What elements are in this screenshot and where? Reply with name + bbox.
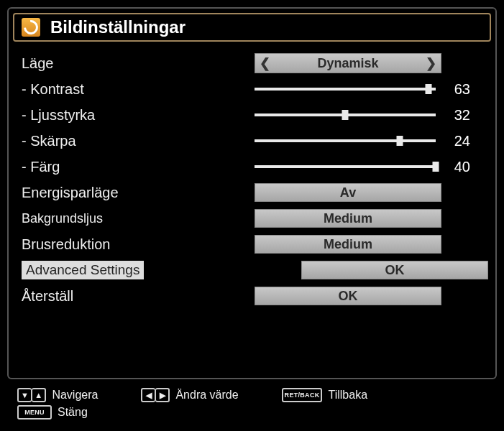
- chevron-right-icon[interactable]: ❯: [426, 55, 436, 71]
- slider-color-wrap: 40: [255, 159, 470, 175]
- label-reset: Återställ: [17, 288, 255, 305]
- nav-up-down-icon: ▼▲: [17, 388, 46, 402]
- nav-left-right-icon: ◀▶: [141, 388, 170, 402]
- panel-title: Bildinställningar: [50, 17, 185, 37]
- hint-navigate: ▼▲ Navigera: [17, 388, 98, 402]
- slider-brightness[interactable]: [255, 113, 436, 116]
- footer-hints: ▼▲ Navigera ◀▶ Ändra värde RET/BACK Till…: [17, 388, 492, 422]
- retback-key-icon: RET/BACK: [282, 388, 323, 402]
- value-noise[interactable]: Medium: [255, 235, 441, 254]
- slider-sharpness[interactable]: [255, 139, 436, 142]
- mode-selector[interactable]: ❮ Dynamisk ❯: [255, 53, 441, 73]
- label-color: - Färg: [17, 159, 255, 175]
- slider-contrast[interactable]: [255, 88, 436, 91]
- value-advanced[interactable]: OK: [301, 261, 488, 279]
- hint-change-label: Ändra värde: [175, 389, 238, 402]
- hint-back-label: Tillbaka: [328, 389, 367, 402]
- mode-value: Dynamisk: [270, 56, 426, 71]
- row-color[interactable]: - Färg 40: [17, 154, 488, 180]
- value-sharpness: 24: [444, 133, 470, 149]
- label-mode: Läge: [17, 55, 255, 72]
- value-color: 40: [444, 159, 470, 175]
- slider-sharpness-wrap: 24: [255, 133, 470, 149]
- label-brightness: - Ljusstyrka: [17, 107, 255, 124]
- label-noise: Brusreduktion: [17, 236, 255, 253]
- label-backlight: Bakgrundsljus: [17, 211, 255, 226]
- panel-header: Bildinställningar: [13, 13, 491, 42]
- value-reset[interactable]: OK: [255, 287, 441, 305]
- row-brightness[interactable]: - Ljusstyrka 32: [17, 102, 488, 128]
- menu-key-icon: MENU: [17, 405, 52, 420]
- chevron-left-icon[interactable]: ❮: [260, 55, 270, 71]
- value-brightness: 32: [444, 107, 470, 124]
- settings-list: Läge ❮ Dynamisk ❯ - Kontrast 63 - Ljusst…: [17, 50, 488, 309]
- row-noise[interactable]: Brusreduktion Medium: [17, 231, 488, 257]
- hint-change: ◀▶ Ändra värde: [141, 388, 238, 402]
- hint-close: MENU Stäng: [17, 405, 88, 420]
- hint-back: RET/BACK Tillbaka: [282, 388, 367, 402]
- label-energy: Energisparläge: [17, 185, 255, 201]
- row-contrast[interactable]: - Kontrast 63: [17, 76, 488, 102]
- slider-brightness-wrap: 32: [255, 107, 470, 124]
- label-contrast: - Kontrast: [17, 81, 255, 98]
- value-energy[interactable]: Av: [255, 183, 441, 202]
- value-backlight[interactable]: Medium: [255, 209, 441, 228]
- label-sharpness: - Skärpa: [17, 133, 255, 149]
- slider-contrast-wrap: 63: [255, 81, 470, 98]
- row-reset[interactable]: Återställ OK: [17, 283, 488, 309]
- row-sharpness[interactable]: - Skärpa 24: [17, 128, 488, 154]
- value-contrast: 63: [444, 81, 470, 98]
- hint-close-label: Stäng: [58, 406, 88, 419]
- row-backlight[interactable]: Bakgrundsljus Medium: [17, 205, 488, 231]
- hint-navigate-label: Navigera: [52, 389, 98, 402]
- row-mode[interactable]: Läge ❮ Dynamisk ❯: [17, 50, 488, 76]
- slider-color[interactable]: [255, 165, 436, 168]
- label-advanced: Advanced Settings: [22, 261, 144, 279]
- row-energy[interactable]: Energisparläge Av: [17, 180, 488, 205]
- picture-settings-icon: [22, 18, 40, 37]
- row-advanced[interactable]: Advanced Settings OK: [17, 257, 488, 283]
